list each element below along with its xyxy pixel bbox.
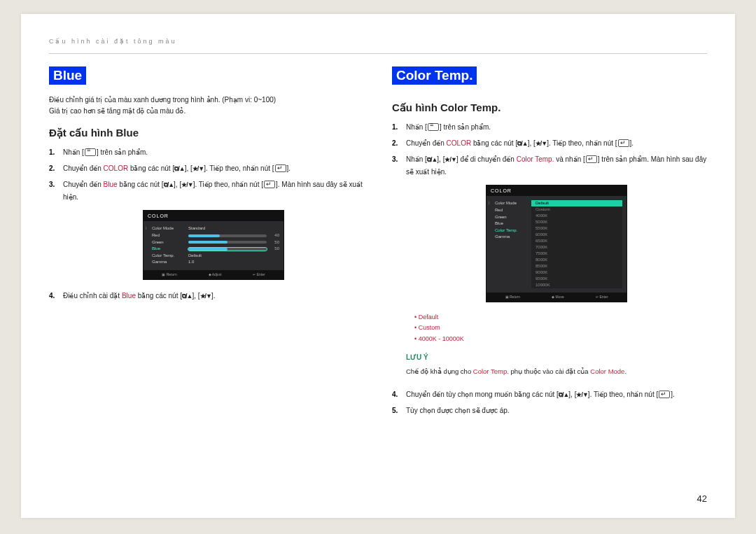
blue-step-2: Chuyển đến COLOR bằng các nút [⧉/▲], [★/… xyxy=(49,162,364,174)
blue-description: Điều chỉnh giá trị của màu xanh dương tr… xyxy=(49,94,364,117)
menu-icon xyxy=(428,123,439,131)
colortemp-option: 9500K xyxy=(531,276,622,282)
osd-header: COLOR xyxy=(144,211,284,222)
section-title-blue: Blue xyxy=(49,66,86,85)
colortemp-option: 8500K xyxy=(531,263,622,269)
enter-icon xyxy=(275,164,286,172)
note-label: LƯU Ý xyxy=(406,351,707,363)
right-column: Color Temp. Cấu hình Color Temp. Nhấn []… xyxy=(392,66,707,421)
enter-icon xyxy=(659,391,670,398)
colortemp-option: 5000K xyxy=(531,219,622,225)
ct-step-3: Nhấn [⧉/▲], [★/▼] để di chuyển đến Color… xyxy=(392,153,707,377)
colortemp-option: 9000K xyxy=(531,269,622,276)
enter-icon xyxy=(264,181,275,188)
blue-subheading: Đặt cấu hình Blue xyxy=(49,127,364,139)
colortemp-option: 4000K xyxy=(531,213,622,219)
left-column: Blue Điều chỉnh giá trị của màu xanh dươ… xyxy=(49,66,364,421)
colortemp-subheading: Cấu hình Color Temp. xyxy=(392,101,707,114)
colortemp-option: 8000K xyxy=(531,257,622,263)
blue-step-1: Nhấn [] trên sản phẩm. xyxy=(49,146,364,158)
blue-step-3: Chuyển đến Blue bằng các nút [⧉/▲], [★/▼… xyxy=(49,178,364,279)
desc-line2: Giá trị cao hơn sẽ tăng mật độ của màu đ… xyxy=(49,107,186,115)
ct-step-2: Chuyển đến COLOR bằng các nút [⧉/▲], [★/… xyxy=(392,137,707,149)
colortemp-option: 10000K xyxy=(531,282,622,288)
colortemp-option: 7000K xyxy=(531,244,622,251)
ct-step-1: Nhấn [] trên sản phẩm. xyxy=(392,121,707,133)
osd-color-blue: COLOR 〉 Color Mode Red Green Blue Color … xyxy=(143,210,284,280)
colortemp-bullet-list: Default Custom 4000K - 10000K xyxy=(414,312,707,344)
colortemp-option: 6500K xyxy=(531,238,622,244)
blue-step-4: Điều chỉnh cài đặt Blue bằng các nút [⧉/… xyxy=(49,290,364,302)
section-title-colortemp: Color Temp. xyxy=(392,66,477,85)
enter-icon xyxy=(586,155,597,163)
ct-step-5: Tùy chọn được chọn sẽ được áp. xyxy=(392,405,707,416)
desc-line1: Điều chỉnh giá trị của màu xanh dương tr… xyxy=(49,96,276,104)
colortemp-option: 7500K xyxy=(531,251,622,257)
colortemp-option: 5500K xyxy=(531,225,622,232)
menu-icon xyxy=(85,148,96,156)
breadcrumb: Cấu hình cài đặt tông màu xyxy=(49,38,707,45)
enter-icon xyxy=(618,139,629,147)
manual-page: Cấu hình cài đặt tông màu Blue Điều chỉn… xyxy=(21,14,735,518)
page-number: 42 xyxy=(697,493,707,504)
colortemp-option: 6000K xyxy=(531,232,622,238)
osd-color-temp: COLOR 〉 Color Mode Red Green Blue Color … xyxy=(486,185,627,302)
colortemp-option: Custom xyxy=(531,206,622,213)
ct-step-4: Chuyển đến tùy chọn mong muốn bằng các n… xyxy=(392,388,707,400)
note-text: Chế độ khả dụng cho Color Temp. phụ thuộ… xyxy=(406,366,707,377)
colortemp-option: Default xyxy=(531,200,622,206)
divider xyxy=(49,53,707,54)
osd-header: COLOR xyxy=(486,185,626,197)
colortemp-options-list: DefaultCustom4000K5000K5500K6000K6500K70… xyxy=(531,200,622,288)
